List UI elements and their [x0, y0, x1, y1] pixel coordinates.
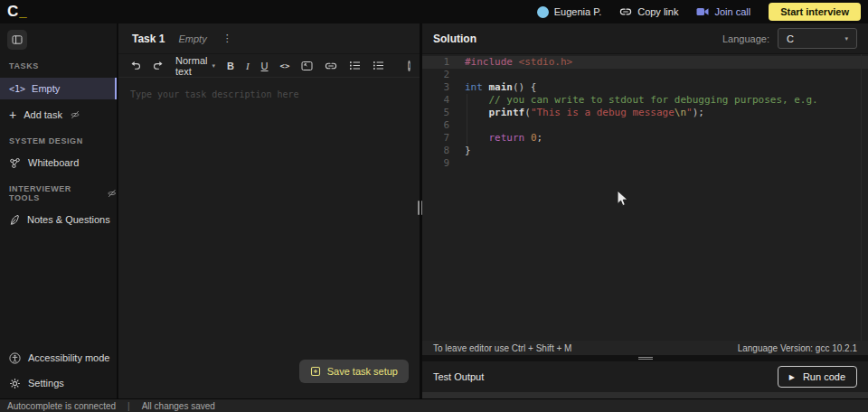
task-title: Task 1 — [132, 33, 165, 45]
collapse-sidebar-button[interactable] — [7, 30, 27, 50]
add-task-label: Add task — [24, 109, 62, 120]
rich-text-toolbar: Normal text ▾ B I U <> i — [118, 54, 420, 78]
video-camera-icon — [696, 7, 709, 16]
language-label: Language: — [722, 33, 769, 44]
logo-accent: _ — [19, 4, 26, 19]
copy-link-label: Copy link — [637, 6, 678, 17]
whiteboard-label: Whiteboard — [28, 157, 79, 168]
accessibility-label: Accessibility mode — [28, 352, 109, 363]
solution-header: Solution Language: C ▾ — [422, 23, 868, 54]
code-block-icon — [301, 61, 313, 71]
editor-footer: To leave editor use Ctrl + Shift + M Lan… — [422, 341, 868, 355]
code-line[interactable]: 2 — [422, 69, 868, 81]
code-line[interactable]: 9 — [422, 157, 868, 170]
bookmark-add-icon — [310, 366, 321, 377]
info-icon[interactable]: i — [408, 61, 410, 71]
language-select[interactable]: C ▾ — [778, 28, 857, 49]
settings-button[interactable]: Settings — [0, 373, 117, 393]
language-value: C — [787, 33, 794, 44]
italic-button[interactable]: I — [246, 61, 250, 71]
avatar — [537, 6, 549, 18]
sidebar: TASKS <1> Empty + Add task SYSTEM DESIGN… — [0, 23, 118, 398]
status-bar: Autocomplete is connected | All changes … — [0, 398, 868, 412]
join-call-button[interactable]: Join call — [696, 6, 750, 17]
task-description-input[interactable]: Type your task description here — [130, 89, 420, 99]
redo-icon — [153, 61, 164, 70]
editor-hint: To leave editor use Ctrl + Shift + M — [433, 343, 571, 353]
system-design-section-header: SYSTEM DESIGN — [9, 136, 117, 145]
text-style-dropdown[interactable]: Normal text ▾ — [175, 55, 215, 77]
redo-button[interactable] — [153, 61, 164, 70]
hidden-from-candidate-icon — [70, 109, 80, 120]
code-line[interactable]: 5 printf("This is a debug message\n"); — [422, 107, 868, 119]
add-task-button[interactable]: + Add task — [0, 105, 117, 125]
run-code-button[interactable]: ▶ Run code — [778, 366, 857, 388]
code-line[interactable]: 1#include <stdio.h> — [422, 56, 868, 69]
task-subtitle: Empty — [178, 33, 206, 44]
bold-button[interactable]: B — [227, 61, 234, 71]
code-line[interactable]: 6 — [422, 119, 868, 132]
user-menu[interactable]: Eugenia P. — [537, 6, 601, 18]
language-version: Language Version: gcc 10.2.1 — [738, 343, 857, 353]
inline-code-button[interactable]: <> — [280, 61, 290, 70]
sidebar-item-task-1[interactable]: <1> Empty — [0, 78, 117, 99]
status-separator: | — [127, 401, 130, 411]
test-output-console[interactable] — [422, 392, 868, 398]
autocomplete-status: Autocomplete is connected — [7, 401, 116, 411]
underline-button[interactable]: U — [261, 61, 269, 71]
run-code-label: Run code — [803, 371, 845, 382]
accessibility-icon — [9, 352, 21, 364]
notes-questions-label: Notes & Questions — [27, 214, 110, 225]
code-editor[interactable]: 1#include <stdio.h>23int main() {4 // yo… — [422, 54, 868, 341]
sidebar-item-notes-questions[interactable]: Notes & Questions — [0, 210, 117, 229]
task-panel: Task 1 Empty ⋮ Normal text ▾ B I U <> — [118, 23, 420, 398]
link-icon — [619, 7, 632, 16]
output-resize-handle[interactable] — [422, 355, 868, 361]
indent-guide — [467, 94, 467, 145]
task-number-badge: <1> — [9, 84, 25, 94]
code-line[interactable]: 3int main() { — [422, 81, 868, 94]
code-line[interactable]: 8} — [422, 145, 868, 157]
test-output-bar: Test Output ▶ Run code — [422, 361, 868, 392]
start-interview-button[interactable]: Start interview — [769, 3, 861, 21]
link-icon — [325, 61, 337, 70]
chevron-down-icon: ▾ — [212, 62, 215, 70]
logo-letter: C — [7, 3, 18, 20]
copy-link-button[interactable]: Copy link — [619, 6, 678, 17]
code-block-button[interactable] — [301, 61, 313, 71]
editor-scrollbar[interactable] — [861, 54, 862, 341]
code-line[interactable]: 7 return 0; — [422, 132, 868, 145]
settings-label: Settings — [28, 378, 64, 389]
interviewer-tools-section-header: INTERVIEWER TOOLS — [9, 184, 117, 202]
plus-icon: + — [9, 110, 16, 119]
task-label: Empty — [32, 83, 60, 94]
code-editor-lines: 1#include <stdio.h>23int main() {4 // yo… — [422, 56, 868, 170]
chevron-down-icon: ▾ — [844, 35, 848, 42]
bullet-list-icon — [373, 61, 384, 70]
task-menu-button[interactable]: ⋮ — [222, 33, 232, 44]
test-output-label: Test Output — [433, 371, 484, 382]
hidden-from-candidate-icon — [107, 188, 118, 199]
gear-icon — [9, 378, 21, 389]
sidebar-item-whiteboard[interactable]: Whiteboard — [0, 153, 117, 173]
join-call-label: Join call — [714, 6, 750, 17]
panel-icon — [12, 34, 23, 45]
whiteboard-nodes-icon — [9, 157, 21, 169]
bullet-list-button[interactable] — [373, 61, 384, 70]
code-line[interactable]: 4 // you can write to stdout for debuggi… — [422, 94, 868, 107]
insert-link-button[interactable] — [325, 61, 337, 70]
play-icon: ▶ — [789, 373, 795, 381]
accessibility-mode-button[interactable]: Accessibility mode — [0, 348, 117, 368]
user-name: Eugenia P. — [554, 6, 601, 17]
app-logo[interactable]: C_ — [7, 3, 27, 21]
save-task-setup-button[interactable]: Save task setup — [299, 360, 409, 383]
ordered-list-icon — [349, 61, 361, 70]
text-style-value: Normal text — [175, 55, 207, 77]
save-task-setup-label: Save task setup — [327, 366, 398, 377]
undo-button[interactable] — [130, 61, 141, 70]
undo-icon — [130, 61, 141, 70]
solution-panel: Solution Language: C ▾ 1#include <stdio.… — [422, 23, 868, 398]
ordered-list-button[interactable] — [349, 61, 361, 70]
app-root: C_ Eugenia P. Copy link Join call Start … — [0, 0, 868, 412]
top-bar: C_ Eugenia P. Copy link Join call Start … — [0, 0, 868, 23]
